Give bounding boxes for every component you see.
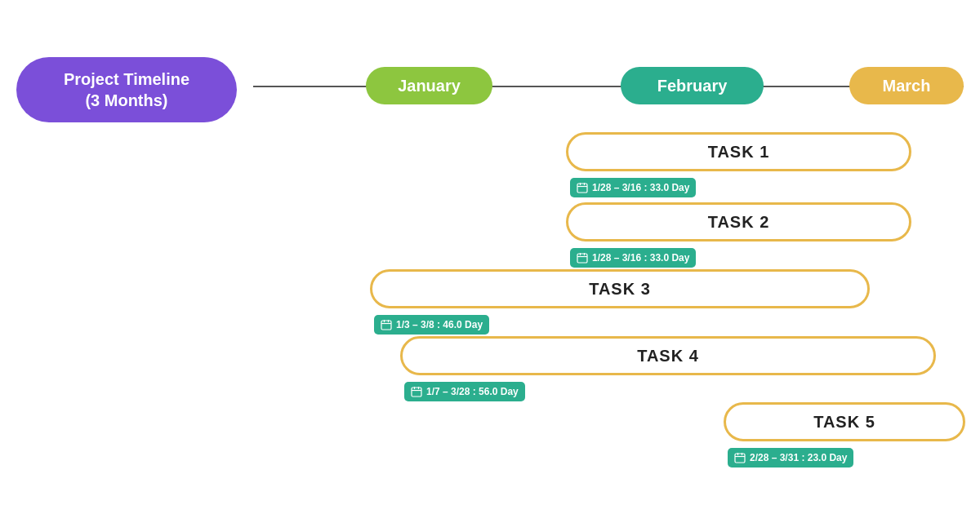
- svg-rect-4: [577, 254, 587, 263]
- task1-date: 1/28 – 3/16 : 33.0 Day: [592, 182, 689, 193]
- month-march: March: [849, 67, 964, 104]
- svg-rect-0: [577, 184, 587, 193]
- task5-badge: 2/28 – 3/31 : 23.0 Day: [728, 448, 853, 467]
- task4-calendar-icon: [411, 386, 422, 397]
- task4-label: TASK 4: [637, 347, 699, 366]
- svg-rect-16: [735, 454, 745, 463]
- task2-label: TASK 2: [708, 213, 770, 232]
- project-title-text: Project Timeline(3 Months): [64, 69, 189, 111]
- svg-rect-8: [381, 321, 391, 330]
- month-january: January: [366, 67, 492, 104]
- task2-date: 1/28 – 3/16 : 33.0 Day: [592, 252, 689, 264]
- task3-badge: 1/3 – 3/8 : 46.0 Day: [374, 315, 489, 335]
- task2-badge: 1/28 – 3/16 : 33.0 Day: [570, 248, 696, 268]
- task4-bar: TASK 4: [400, 336, 936, 375]
- task5-bar: TASK 5: [724, 402, 965, 441]
- task4-badge: 1/7 – 3/28 : 56.0 Day: [404, 382, 525, 401]
- task3-label: TASK 3: [589, 280, 651, 299]
- month-march-label: March: [883, 77, 931, 95]
- month-february-label: February: [657, 77, 728, 95]
- task1-label: TASK 1: [708, 143, 770, 162]
- task5-date: 2/28 – 3/31 : 23.0 Day: [750, 452, 847, 463]
- month-february: February: [621, 67, 764, 104]
- project-title: Project Timeline(3 Months): [16, 57, 237, 122]
- task3-bar: TASK 3: [370, 269, 870, 308]
- task1-calendar-icon: [577, 182, 588, 193]
- task2-bar: TASK 2: [566, 202, 911, 241]
- task1-badge: 1/28 – 3/16 : 33.0 Day: [570, 178, 696, 197]
- canvas: Project Timeline(3 Months) January Febru…: [0, 0, 980, 514]
- task3-date: 1/3 – 3/8 : 46.0 Day: [396, 319, 483, 330]
- task4-date: 1/7 – 3/28 : 56.0 Day: [426, 386, 519, 397]
- task5-label: TASK 5: [813, 413, 875, 432]
- task5-calendar-icon: [734, 452, 746, 463]
- task1-bar: TASK 1: [566, 132, 911, 171]
- task2-calendar-icon: [577, 252, 588, 264]
- task3-calendar-icon: [381, 319, 392, 330]
- svg-rect-12: [412, 388, 421, 397]
- month-january-label: January: [398, 77, 461, 95]
